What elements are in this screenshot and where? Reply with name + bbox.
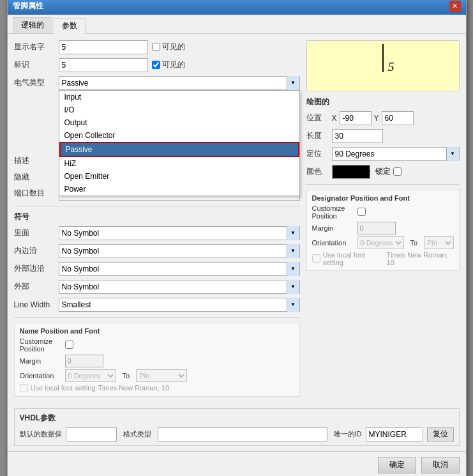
dropdown-item-hiz[interactable]: HiZ — [59, 157, 299, 170]
desig-use-local-checkbox[interactable] — [312, 254, 320, 263]
identifier-row: 标识 可见的 — [14, 58, 300, 72]
desig-orientation-select[interactable]: 0 Degrees — [357, 236, 404, 249]
desig-use-local-row: Use local font setting Times New Roman, … — [312, 251, 454, 266]
right-divider — [306, 184, 460, 185]
display-name-input[interactable] — [59, 40, 148, 54]
title-bar: 管脚属性 ✕ — [8, 0, 466, 15]
preview-area: 5 — [306, 40, 460, 91]
display-name-row: 显示名字 可见的 — [14, 40, 300, 54]
positioning-row: 定位 90 Degrees ▼ — [306, 147, 460, 161]
x-label: X — [332, 114, 337, 123]
name-use-local-checkbox[interactable] — [20, 384, 28, 392]
description-label: 描述 — [14, 155, 59, 166]
hidden-label: 隐藏 — [14, 172, 59, 183]
name-margin-label: Margin — [20, 357, 61, 365]
outer-edge-select[interactable]: No Symbol ▼ — [59, 262, 300, 276]
designator-font-section: Designator Position and Font Customize P… — [306, 190, 460, 271]
reset-button[interactable]: 复位 — [427, 427, 454, 441]
color-label: 颜色 — [306, 166, 332, 177]
color-box[interactable] — [332, 165, 370, 179]
inside-select[interactable]: No Symbol ▼ — [59, 226, 300, 240]
outside-select[interactable]: No Symbol ▼ — [59, 280, 300, 294]
outer-edge-row: 外部边沿 No Symbol ▼ — [14, 262, 300, 276]
display-name-visible-checkbox[interactable] — [152, 43, 160, 51]
vhdl-unique-id-label: 唯一的ID — [334, 429, 362, 439]
length-row: 长度 — [306, 129, 460, 143]
name-customize-label: Customize Position — [20, 337, 61, 353]
dropdown-item-input[interactable]: Input — [59, 91, 299, 104]
vhdl-default-data-label: 默认的数据保 — [20, 429, 62, 439]
name-use-local-row: Use local font setting Times New Roman, … — [20, 384, 294, 392]
electrical-type-row: 电气类型 Passive ▼ Input I/O Output Open Col… — [14, 76, 300, 90]
inner-edge-label: 内边沿 — [14, 245, 59, 256]
electrical-type-select[interactable]: Passive ▼ — [59, 76, 300, 90]
bottom-buttons: 确定 取消 — [8, 451, 466, 477]
dropdown-item-io[interactable]: I/O — [59, 104, 299, 116]
name-orientation-select[interactable]: 0 Degrees — [65, 369, 116, 382]
desig-orientation-row: Orientation 0 Degrees To Pin — [312, 236, 454, 249]
outside-row: 外部 No Symbol ▼ — [14, 280, 300, 294]
desig-customize-label: Customize Position — [312, 204, 354, 220]
inner-edge-row: 内边沿 No Symbol ▼ — [14, 244, 300, 258]
drawing-section-title: 绘图的 — [306, 96, 460, 107]
positioning-label: 定位 — [306, 148, 332, 159]
dropdown-item-open-collector[interactable]: Open Collector — [59, 129, 299, 142]
inner-edge-select[interactable]: No Symbol ▼ — [59, 244, 300, 258]
line-width-label: Line Width — [14, 300, 59, 309]
length-input[interactable] — [332, 129, 383, 143]
electrical-type-wrapper: Passive ▼ Input I/O Output Open Collecto… — [59, 76, 300, 90]
inside-label: 里面 — [14, 227, 59, 238]
positioning-select[interactable]: 90 Degrees ▼ — [332, 147, 460, 161]
vhdl-row: 默认的数据保 格式类型 唯一的ID 复位 — [20, 427, 454, 441]
dropdown-item-power[interactable]: Power — [59, 183, 299, 196]
svg-text:5: 5 — [387, 59, 394, 73]
name-font-title: Name Position and Font — [20, 327, 294, 335]
vhdl-unique-id-input[interactable] — [366, 427, 423, 441]
vhdl-format-type-input[interactable] — [158, 427, 327, 441]
inside-arrow: ▼ — [287, 226, 299, 240]
lock-row: 锁定 — [375, 166, 402, 177]
electrical-type-dropdown: Input I/O Output Open Collector Passive … — [59, 90, 300, 196]
position-label: 位置 — [306, 112, 332, 123]
lock-checkbox[interactable] — [393, 167, 402, 176]
tab-logical[interactable]: 逻辑的 — [13, 17, 52, 33]
identifier-input[interactable] — [59, 58, 148, 72]
ok-button[interactable]: 确定 — [378, 457, 416, 473]
tab-bar: 逻辑的 参数 — [8, 15, 466, 34]
name-to-select[interactable]: Pin — [136, 369, 187, 382]
main-window: 管脚属性 ✕ 逻辑的 参数 显示名字 可见的 标识 — [7, 0, 467, 476]
display-name-label: 显示名字 — [14, 42, 59, 52]
vhdl-section: VHDL参数 默认的数据保 格式类型 唯一的ID 复位 — [14, 408, 460, 446]
y-label: Y — [374, 114, 379, 123]
vhdl-title: VHDL参数 — [20, 413, 454, 424]
dropdown-item-open-emitter[interactable]: Open Emitter — [59, 170, 299, 183]
identifier-visible-label: 可见的 — [152, 59, 185, 70]
desig-to-select[interactable]: Pin — [424, 236, 453, 249]
inner-edge-select-wrapper: No Symbol ▼ — [59, 244, 300, 258]
y-input[interactable] — [382, 111, 414, 125]
name-margin-row: Margin — [20, 355, 294, 367]
dropdown-item-passive[interactable]: Passive — [59, 142, 299, 157]
identifier-visible-checkbox[interactable] — [152, 61, 160, 69]
name-margin-input[interactable] — [65, 355, 103, 367]
dropdown-item-output[interactable]: Output — [59, 116, 299, 129]
close-button[interactable]: ✕ — [449, 1, 461, 12]
name-font-section: Name Position and Font Customize Positio… — [14, 323, 300, 397]
position-row: 位置 X Y — [306, 111, 460, 125]
vhdl-default-data-input[interactable] — [66, 427, 117, 441]
pin-preview-svg: 5 — [307, 41, 459, 91]
designator-font-title: Designator Position and Font — [312, 194, 454, 202]
inside-select-wrapper: No Symbol ▼ — [59, 226, 300, 240]
vhdl-format-type-label: 格式类型 — [123, 429, 151, 439]
divider1 — [14, 206, 300, 206]
tab-params[interactable]: 参数 — [54, 18, 86, 34]
display-name-visible-label: 可见的 — [152, 42, 185, 52]
desig-customize-row: Customize Position — [312, 204, 454, 220]
x-input[interactable] — [340, 111, 372, 125]
name-customize-checkbox[interactable] — [65, 341, 73, 349]
desig-customize-checkbox[interactable] — [357, 208, 366, 216]
cancel-button[interactable]: 取消 — [421, 457, 460, 473]
line-width-arrow: ▼ — [287, 298, 299, 312]
desig-margin-input[interactable] — [357, 222, 396, 234]
line-width-select[interactable]: Smallest ▼ — [59, 298, 300, 312]
